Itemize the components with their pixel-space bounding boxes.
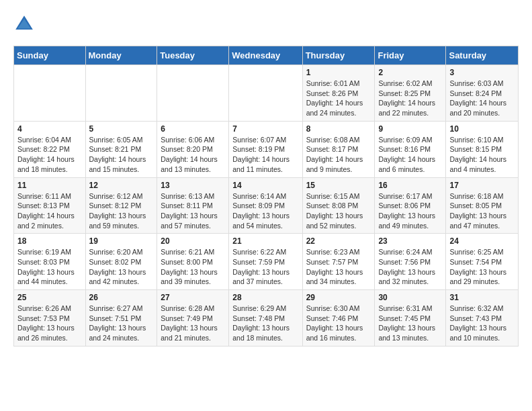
day-info: Sunrise: 6:17 AM Sunset: 8:06 PM Dayligh… xyxy=(378,191,442,231)
calendar-cell: 20Sunrise: 6:21 AM Sunset: 8:00 PM Dayli… xyxy=(157,234,229,290)
day-number: 13 xyxy=(161,181,225,190)
day-number: 3 xyxy=(449,68,515,77)
calendar-cell: 10Sunrise: 6:10 AM Sunset: 8:15 PM Dayli… xyxy=(446,121,519,177)
day-info: Sunrise: 6:08 AM Sunset: 8:17 PM Dayligh… xyxy=(306,135,371,175)
day-info: Sunrise: 6:07 AM Sunset: 8:19 PM Dayligh… xyxy=(232,135,298,175)
calendar-cell: 3Sunrise: 6:03 AM Sunset: 8:24 PM Daylig… xyxy=(446,65,519,122)
day-info: Sunrise: 6:23 AM Sunset: 7:57 PM Dayligh… xyxy=(306,247,371,287)
column-header-thursday: Thursday xyxy=(302,46,375,65)
day-info: Sunrise: 6:32 AM Sunset: 7:43 PM Dayligh… xyxy=(449,304,515,343)
day-number: 23 xyxy=(378,236,442,246)
day-info: Sunrise: 6:06 AM Sunset: 8:20 PM Dayligh… xyxy=(161,135,225,175)
day-number: 28 xyxy=(232,293,298,302)
day-info: Sunrise: 6:31 AM Sunset: 7:45 PM Dayligh… xyxy=(378,304,442,343)
day-number: 21 xyxy=(232,236,298,246)
calendar-cell: 4Sunrise: 6:04 AM Sunset: 8:22 PM Daylig… xyxy=(14,121,86,177)
page-header xyxy=(13,13,519,35)
day-info: Sunrise: 6:15 AM Sunset: 8:08 PM Dayligh… xyxy=(306,191,371,231)
calendar-cell: 8Sunrise: 6:08 AM Sunset: 8:17 PM Daylig… xyxy=(302,121,375,177)
calendar-cell: 24Sunrise: 6:25 AM Sunset: 7:54 PM Dayli… xyxy=(446,234,519,290)
calendar-table: SundayMondayTuesdayWednesdayThursdayFrid… xyxy=(13,46,519,347)
calendar-week-row: 25Sunrise: 6:26 AM Sunset: 7:53 PM Dayli… xyxy=(14,290,519,347)
day-info: Sunrise: 6:19 AM Sunset: 8:03 PM Dayligh… xyxy=(17,247,82,287)
day-info: Sunrise: 6:29 AM Sunset: 7:48 PM Dayligh… xyxy=(232,304,298,343)
column-header-saturday: Saturday xyxy=(446,46,519,65)
calendar-cell: 21Sunrise: 6:22 AM Sunset: 7:59 PM Dayli… xyxy=(229,234,302,290)
calendar-cell: 17Sunrise: 6:18 AM Sunset: 8:05 PM Dayli… xyxy=(446,177,519,234)
calendar-week-row: 1Sunrise: 6:01 AM Sunset: 8:26 PM Daylig… xyxy=(14,65,519,122)
calendar-cell: 14Sunrise: 6:14 AM Sunset: 8:09 PM Dayli… xyxy=(229,177,302,234)
day-number: 9 xyxy=(378,124,442,134)
calendar-cell: 16Sunrise: 6:17 AM Sunset: 8:06 PM Dayli… xyxy=(375,177,446,234)
day-info: Sunrise: 6:28 AM Sunset: 7:49 PM Dayligh… xyxy=(161,304,225,343)
calendar-cell: 30Sunrise: 6:31 AM Sunset: 7:45 PM Dayli… xyxy=(375,290,446,347)
day-number: 29 xyxy=(306,293,371,302)
calendar-cell: 7Sunrise: 6:07 AM Sunset: 8:19 PM Daylig… xyxy=(229,121,302,177)
calendar-cell: 2Sunrise: 6:02 AM Sunset: 8:25 PM Daylig… xyxy=(375,65,446,122)
day-info: Sunrise: 6:04 AM Sunset: 8:22 PM Dayligh… xyxy=(17,135,82,175)
day-info: Sunrise: 6:09 AM Sunset: 8:16 PM Dayligh… xyxy=(378,135,442,175)
calendar-header-row: SundayMondayTuesdayWednesdayThursdayFrid… xyxy=(14,46,519,65)
day-number: 14 xyxy=(232,181,298,190)
calendar-cell: 18Sunrise: 6:19 AM Sunset: 8:03 PM Dayli… xyxy=(14,234,86,290)
day-number: 15 xyxy=(306,181,371,190)
calendar-cell: 1Sunrise: 6:01 AM Sunset: 8:26 PM Daylig… xyxy=(302,65,375,122)
day-info: Sunrise: 6:11 AM Sunset: 8:13 PM Dayligh… xyxy=(17,191,82,231)
day-info: Sunrise: 6:10 AM Sunset: 8:15 PM Dayligh… xyxy=(449,135,515,175)
calendar-cell: 29Sunrise: 6:30 AM Sunset: 7:46 PM Dayli… xyxy=(302,290,375,347)
day-number: 8 xyxy=(306,124,371,134)
day-number: 16 xyxy=(378,181,442,190)
column-header-friday: Friday xyxy=(375,46,446,65)
calendar-cell: 28Sunrise: 6:29 AM Sunset: 7:48 PM Dayli… xyxy=(229,290,302,347)
day-number: 30 xyxy=(378,293,442,302)
day-info: Sunrise: 6:12 AM Sunset: 8:12 PM Dayligh… xyxy=(89,191,154,231)
calendar-cell: 19Sunrise: 6:20 AM Sunset: 8:02 PM Dayli… xyxy=(85,234,157,290)
day-info: Sunrise: 6:05 AM Sunset: 8:21 PM Dayligh… xyxy=(89,135,154,175)
calendar-week-row: 18Sunrise: 6:19 AM Sunset: 8:03 PM Dayli… xyxy=(14,234,519,290)
calendar-week-row: 4Sunrise: 6:04 AM Sunset: 8:22 PM Daylig… xyxy=(14,121,519,177)
calendar-cell xyxy=(157,65,229,122)
day-info: Sunrise: 6:13 AM Sunset: 8:11 PM Dayligh… xyxy=(161,191,225,231)
day-number: 2 xyxy=(378,68,442,77)
calendar-cell: 27Sunrise: 6:28 AM Sunset: 7:49 PM Dayli… xyxy=(157,290,229,347)
calendar-cell: 23Sunrise: 6:24 AM Sunset: 7:56 PM Dayli… xyxy=(375,234,446,290)
day-info: Sunrise: 6:03 AM Sunset: 8:24 PM Dayligh… xyxy=(449,79,515,118)
day-number: 17 xyxy=(449,181,515,190)
calendar-cell: 31Sunrise: 6:32 AM Sunset: 7:43 PM Dayli… xyxy=(446,290,519,347)
day-info: Sunrise: 6:30 AM Sunset: 7:46 PM Dayligh… xyxy=(306,304,371,343)
day-info: Sunrise: 6:22 AM Sunset: 7:59 PM Dayligh… xyxy=(232,247,298,287)
calendar-cell: 13Sunrise: 6:13 AM Sunset: 8:11 PM Dayli… xyxy=(157,177,229,234)
column-header-sunday: Sunday xyxy=(14,46,86,65)
calendar-cell: 5Sunrise: 6:05 AM Sunset: 8:21 PM Daylig… xyxy=(85,121,157,177)
column-header-monday: Monday xyxy=(85,46,157,65)
day-number: 24 xyxy=(449,236,515,246)
calendar-cell xyxy=(85,65,157,122)
day-info: Sunrise: 6:24 AM Sunset: 7:56 PM Dayligh… xyxy=(378,247,442,287)
day-number: 22 xyxy=(306,236,371,246)
day-info: Sunrise: 6:14 AM Sunset: 8:09 PM Dayligh… xyxy=(232,191,298,231)
day-number: 11 xyxy=(17,181,82,190)
day-number: 4 xyxy=(17,124,82,134)
logo-icon xyxy=(13,13,35,35)
calendar-cell: 11Sunrise: 6:11 AM Sunset: 8:13 PM Dayli… xyxy=(14,177,86,234)
calendar-week-row: 11Sunrise: 6:11 AM Sunset: 8:13 PM Dayli… xyxy=(14,177,519,234)
day-number: 12 xyxy=(89,181,154,190)
day-info: Sunrise: 6:20 AM Sunset: 8:02 PM Dayligh… xyxy=(89,247,154,287)
calendar-cell: 15Sunrise: 6:15 AM Sunset: 8:08 PM Dayli… xyxy=(302,177,375,234)
day-number: 5 xyxy=(89,124,154,134)
calendar-cell: 26Sunrise: 6:27 AM Sunset: 7:51 PM Dayli… xyxy=(85,290,157,347)
day-number: 31 xyxy=(449,293,515,302)
day-info: Sunrise: 6:18 AM Sunset: 8:05 PM Dayligh… xyxy=(449,191,515,231)
calendar-cell: 6Sunrise: 6:06 AM Sunset: 8:20 PM Daylig… xyxy=(157,121,229,177)
day-number: 6 xyxy=(161,124,225,134)
day-number: 27 xyxy=(161,293,225,302)
day-info: Sunrise: 6:26 AM Sunset: 7:53 PM Dayligh… xyxy=(17,304,82,343)
day-info: Sunrise: 6:21 AM Sunset: 8:00 PM Dayligh… xyxy=(161,247,225,287)
day-number: 26 xyxy=(89,293,154,302)
calendar-cell: 25Sunrise: 6:26 AM Sunset: 7:53 PM Dayli… xyxy=(14,290,86,347)
calendar-cell xyxy=(14,65,86,122)
day-number: 20 xyxy=(161,236,225,246)
day-number: 18 xyxy=(17,236,82,246)
calendar-cell xyxy=(229,65,302,122)
day-info: Sunrise: 6:01 AM Sunset: 8:26 PM Dayligh… xyxy=(306,79,371,118)
